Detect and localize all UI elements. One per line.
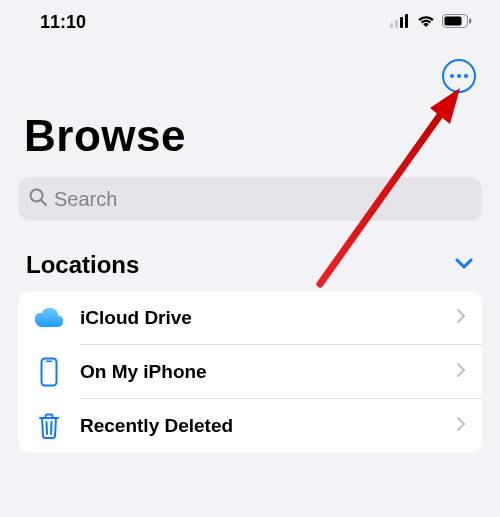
locations-list: iCloud Drive On My iPhone [18, 291, 482, 453]
status-bar: 11:10 [0, 0, 500, 41]
status-time: 11:10 [40, 12, 86, 33]
list-item-on-my-iphone[interactable]: On My iPhone [18, 345, 482, 399]
battery-icon [442, 12, 472, 33]
chevron-down-icon [454, 256, 474, 274]
svg-rect-3 [405, 14, 408, 28]
svg-rect-0 [390, 23, 393, 28]
list-item-label: Recently Deleted [80, 415, 456, 437]
wifi-icon [416, 12, 436, 33]
list-item-recently-deleted[interactable]: Recently Deleted [18, 399, 482, 453]
cloud-icon [32, 301, 66, 335]
svg-rect-5 [445, 17, 462, 26]
search-icon [28, 187, 48, 211]
section-title: Locations [26, 251, 139, 279]
cellular-icon [390, 12, 410, 33]
list-item-label: On My iPhone [80, 361, 456, 383]
more-options-button[interactable] [442, 59, 476, 93]
search-field[interactable] [18, 177, 482, 221]
list-item-icloud-drive[interactable]: iCloud Drive [18, 291, 482, 345]
svg-line-8 [41, 200, 46, 205]
locations-list-container: iCloud Drive On My iPhone [0, 291, 500, 453]
chevron-right-icon [456, 362, 466, 382]
svg-rect-2 [400, 17, 403, 28]
chevron-right-icon [456, 308, 466, 328]
list-item-label: iCloud Drive [80, 307, 456, 329]
locations-header[interactable]: Locations [0, 221, 500, 291]
trash-icon [32, 409, 66, 443]
chevron-right-icon [456, 416, 466, 436]
page-title: Browse [0, 93, 500, 169]
toolbar [0, 41, 500, 93]
ellipsis-icon [450, 74, 468, 78]
search-input[interactable] [54, 188, 472, 211]
svg-rect-1 [395, 20, 398, 28]
svg-rect-6 [469, 19, 471, 24]
svg-line-12 [51, 422, 52, 434]
svg-rect-9 [42, 359, 57, 386]
status-icons [390, 12, 472, 33]
search-container [0, 169, 500, 221]
iphone-icon [32, 355, 66, 389]
svg-line-11 [47, 422, 48, 434]
